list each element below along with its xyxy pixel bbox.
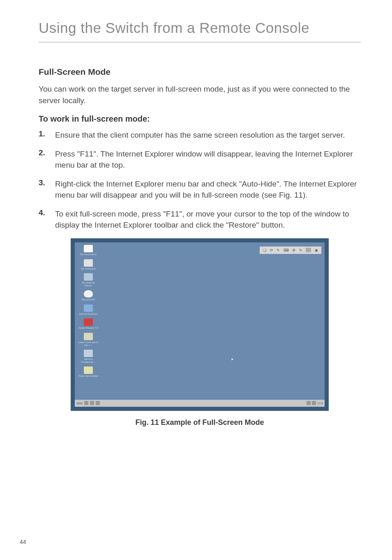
desktop-icon: Internet Explorer [78, 304, 99, 316]
toolbar-icon: ⟳ [270, 248, 273, 252]
desktop-icons-column: My Documents My Computer My Network Plac… [78, 245, 103, 381]
step-number: 4. [39, 208, 55, 231]
step-number: 3. [39, 178, 55, 201]
desktop-icon: Adobe Reader 7.0 [78, 318, 99, 330]
remote-desktop-area [75, 242, 325, 400]
desktop-icon: Total Commander [78, 366, 99, 378]
step-number: 1. [39, 129, 55, 141]
sub-title: To work in full-screen mode: [39, 114, 361, 124]
step-text: To exit full-screen mode, press "F11", o… [55, 208, 361, 231]
taskbar: Start 14:4 [75, 400, 325, 407]
toolbar-icon: ⚙ [292, 248, 295, 252]
taskbar-time: 14:4 [317, 402, 323, 405]
step-2: 2. Press "F11". The Internet Explorer wi… [39, 148, 361, 171]
desktop-icon: Security Configurati… [78, 350, 99, 363]
step-1: 1. Ensure that the client computer has t… [39, 129, 361, 141]
start-button: Start [76, 402, 83, 405]
step-text: Ensure that the client computer has the … [55, 129, 345, 141]
taskbar-icon [96, 401, 100, 405]
desktop-icon: Recycle Bin [78, 290, 99, 301]
taskbar-icon [84, 401, 88, 405]
intro-paragraph: You can work on the target server in ful… [39, 83, 361, 106]
section-title: Full-Screen Mode [39, 67, 361, 77]
toolbar-icon [306, 248, 311, 252]
desktop-icon: My Network Places [78, 273, 99, 287]
toolbar-icon: ↻ [299, 248, 302, 252]
step-number: 2. [39, 148, 55, 171]
step-text: Right-click the Internet Explorer menu b… [55, 178, 361, 201]
step-text: Press "F11". The Internet Explorer windo… [55, 148, 361, 171]
toolbar-icon: ◉ [315, 248, 318, 252]
toolbar-icon: ✎ [277, 248, 280, 252]
tray-icon [307, 401, 311, 405]
figure-screenshot: ❏ ⟳ ✎ ⌨ ⚙ ↻ ◉ My Documents My Computer M… [71, 238, 329, 411]
tray-icon [312, 401, 316, 405]
figure-caption: Fig. 11 Example of Full-Screen Mode [39, 418, 361, 427]
remote-toolbar: ❏ ⟳ ✎ ⌨ ⚙ ↻ ◉ [260, 247, 321, 254]
mouse-cursor-icon: ➤ [231, 357, 233, 360]
toolbar-icon: ⌨ [284, 248, 289, 252]
page-number: 44 [20, 539, 26, 545]
step-3: 3. Right-click the Internet Explorer men… [39, 178, 361, 201]
desktop-icon: Learn more about this c… [78, 333, 99, 346]
chapter-title: Using the Switch from a Remote Console [39, 20, 361, 42]
step-4: 4. To exit full-screen mode, press "F11"… [39, 208, 361, 231]
desktop-icon: My Computer [78, 259, 99, 270]
taskbar-icon [90, 401, 94, 405]
desktop-icon: My Documents [78, 245, 99, 256]
figure-container: ❏ ⟳ ✎ ⌨ ⚙ ↻ ◉ My Documents My Computer M… [39, 238, 361, 427]
toolbar-icon: ❏ [263, 248, 266, 252]
